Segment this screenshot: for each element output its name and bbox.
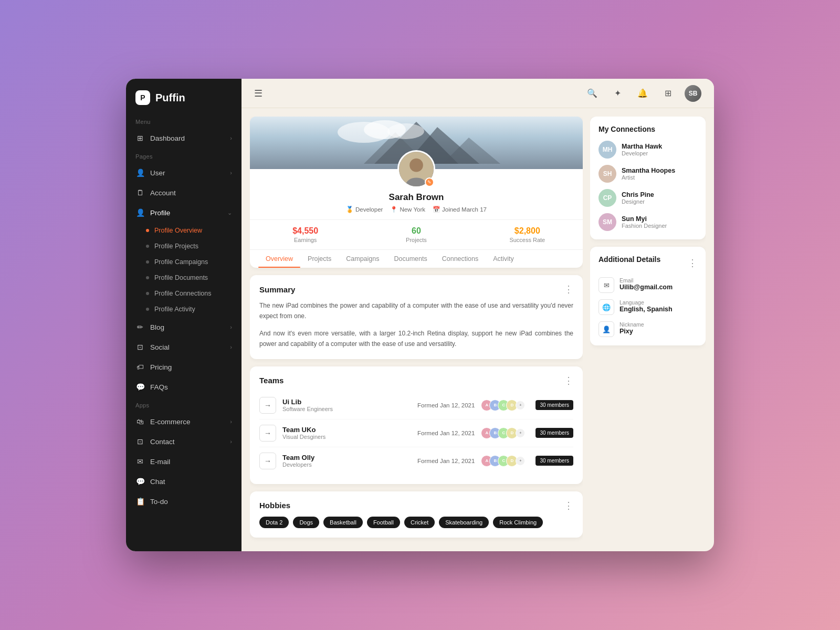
teams-more-button[interactable]: ⋮	[564, 376, 573, 385]
apps-section-label: Apps	[126, 397, 242, 412]
connection-item: MH Martha Hawk Developer	[598, 141, 697, 159]
grid-button[interactable]: ⊞	[659, 85, 676, 102]
connection-role: Designer	[622, 198, 654, 205]
sidebar-item-blog[interactable]: ✏ Blog ›	[126, 317, 242, 337]
detail-content: Email Uilib@gmail.com	[620, 277, 673, 291]
sidebar-item-profile[interactable]: 👤 Profile ⌄	[126, 203, 242, 223]
search-button[interactable]: 🔍	[584, 85, 601, 102]
connection-item: SM Sun Myi Fashion Designer	[598, 213, 697, 231]
content-right: My Connections MH Martha Hawk Developer …	[590, 117, 706, 543]
connection-info: Chris Pine Designer	[622, 191, 654, 205]
sidebar-item-ecommerce[interactable]: 🛍 E-commerce ›	[126, 412, 242, 432]
team-arrow-button[interactable]: →	[259, 425, 276, 442]
app-window: P Puffin Menu ⊞ Dashboard › Pages 👤 User…	[126, 79, 714, 551]
team-row: → Team UKo Visual Desginers Formed Jan 1…	[259, 419, 573, 447]
sidebar-item-contact[interactable]: ⊡ Contact ›	[126, 432, 242, 452]
detail-content: Nickname Pixy	[620, 321, 644, 335]
tab-activity[interactable]: Activity	[486, 250, 521, 268]
faqs-icon: 💬	[135, 382, 145, 392]
hobby-tag[interactable]: Dota 2	[259, 517, 289, 528]
team-count: +	[516, 456, 525, 466]
team-name: Ui Lib	[282, 398, 411, 406]
earnings-value: $4,550	[250, 226, 361, 236]
hobby-tag[interactable]: Rock Climbing	[493, 517, 543, 528]
sidebar-item-profile-documents[interactable]: Profile Documents	[126, 270, 242, 286]
team-arrow-button[interactable]: →	[259, 397, 276, 414]
team-role: Software Engineers	[282, 406, 411, 412]
tab-campaigns[interactable]: Campaigns	[339, 250, 386, 268]
app-logo: P Puffin	[126, 79, 242, 113]
tab-documents[interactable]: Documents	[386, 250, 434, 268]
connection-avatar: CP	[598, 189, 616, 207]
sidebar-item-email[interactable]: ✉ E-mail	[126, 452, 242, 471]
sidebar-item-pricing[interactable]: 🏷 Pricing	[126, 357, 242, 377]
dot	[146, 276, 149, 279]
sidebar-item-profile-connections[interactable]: Profile Connections	[126, 286, 242, 301]
sidebar-item-profile-projects[interactable]: Profile Projects	[126, 238, 242, 254]
sidebar-item-user[interactable]: 👤 User ›	[126, 163, 242, 183]
hobby-tag[interactable]: Skateboarding	[439, 517, 489, 528]
user-icon: 👤	[135, 168, 145, 177]
hobby-tag[interactable]: Football	[367, 517, 400, 528]
sidebar-item-account[interactable]: 🗒 Account	[126, 183, 242, 203]
profile-name: Sarah Brown	[389, 192, 444, 203]
sidebar-item-chat[interactable]: 💬 Chat	[126, 471, 242, 491]
sub-label-profile-overview: Profile Overview	[154, 227, 202, 234]
team-name: Team Olly	[282, 454, 411, 461]
stat-projects: 60 Projects	[361, 226, 471, 243]
sidebar-item-faqs[interactable]: 💬 FAQs	[126, 377, 242, 397]
tab-connections[interactable]: Connections	[435, 250, 486, 268]
sub-label-profile-documents: Profile Documents	[154, 274, 208, 281]
team-arrow-button[interactable]: →	[259, 453, 276, 469]
teams-header: Teams ⋮	[259, 376, 573, 385]
additional-details-more[interactable]: ⋮	[688, 258, 697, 268]
team-date: Formed Jan 12, 2021	[417, 430, 475, 436]
connections-list: MH Martha Hawk Developer SH Smantha Hoop…	[598, 141, 697, 231]
connection-item: SH Smantha Hoopes Artist	[598, 165, 697, 183]
team-avatars: ABCD+	[481, 400, 525, 411]
summary-more-button[interactable]: ⋮	[564, 285, 573, 294]
chevron-icon: ›	[230, 344, 232, 350]
tab-projects[interactable]: Projects	[300, 250, 339, 268]
chevron-icon: ›	[230, 170, 232, 176]
hobby-tag[interactable]: Dogs	[293, 517, 319, 528]
connection-name: Sun Myi	[622, 215, 667, 223]
team-avatars: ABCD+	[481, 455, 525, 467]
connection-item: CP Chris Pine Designer	[598, 189, 697, 207]
summary-paragraph-1: The new iPad combines the power and capa…	[259, 300, 573, 322]
app-name: Puffin	[155, 92, 185, 104]
dot	[146, 260, 149, 264]
sidebar-item-profile-campaigns[interactable]: Profile Campaigns	[126, 254, 242, 270]
sidebar-item-todo[interactable]: 📋 To-do	[126, 491, 242, 511]
chevron-down-icon: ⌄	[227, 209, 232, 216]
profile-location: 📍 New York	[390, 206, 425, 213]
connections-title: My Connections	[598, 125, 697, 133]
sidebar-item-social[interactable]: ⊡ Social ›	[126, 337, 242, 357]
location-icon: 📍	[390, 206, 397, 213]
tab-overview[interactable]: Overview	[258, 250, 300, 268]
bell-button[interactable]: 🔔	[634, 85, 651, 102]
sidebar-item-profile-overview[interactable]: Profile Overview	[126, 223, 242, 238]
additional-details-title: Additional Details	[598, 255, 660, 264]
teams-card: Teams ⋮ → Ui Lib Software Engineers Form…	[250, 366, 583, 484]
hobbies-more-button[interactable]: ⋮	[564, 501, 573, 510]
star-button[interactable]: ✦	[609, 85, 626, 102]
menu-button[interactable]: ☰	[254, 88, 262, 99]
edit-avatar-badge[interactable]: ✎	[425, 177, 434, 187]
sidebar-label-pricing: Pricing	[150, 363, 172, 371]
members-badge: 30 members	[536, 428, 573, 438]
sidebar-item-dashboard[interactable]: ⊞ Dashboard ›	[126, 128, 242, 148]
connection-name: Chris Pine	[622, 191, 654, 198]
connection-info: Martha Hawk Developer	[622, 143, 662, 156]
team-role: Developers	[282, 461, 411, 468]
sidebar-label-email: E-mail	[150, 458, 170, 466]
hobby-tag[interactable]: Cricket	[404, 517, 435, 528]
stat-success: $2,800 Success Rate	[472, 226, 583, 243]
hobby-tag[interactable]: Basketball	[323, 517, 363, 528]
user-avatar[interactable]: SB	[685, 85, 701, 102]
detail-icon: 🌐	[598, 299, 614, 315]
sidebar-item-profile-activity[interactable]: Profile Activity	[126, 301, 242, 317]
sub-label-profile-connections: Profile Connections	[154, 290, 211, 297]
hobbies-header: Hobbies ⋮	[259, 501, 573, 510]
topbar: ☰ 🔍 ✦ 🔔 ⊞ SB	[242, 79, 714, 108]
